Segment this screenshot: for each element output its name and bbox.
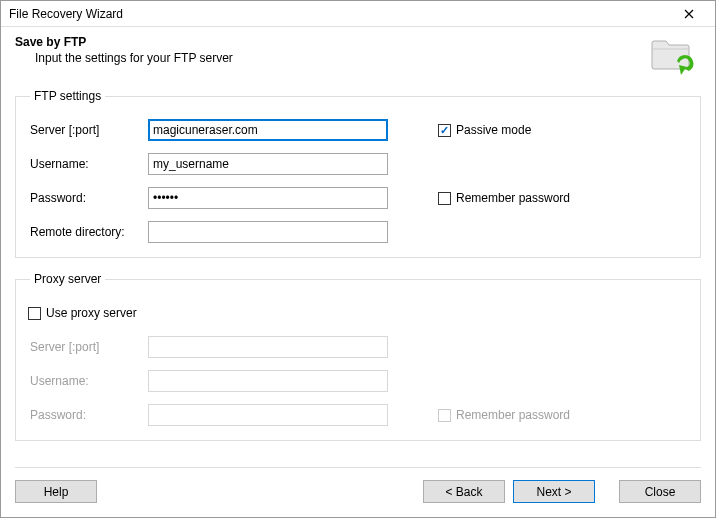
ftp-password-label: Password: [30,191,148,205]
proxy-remember-label: Remember password [456,408,570,422]
page-subtitle: Input the settings for your FTP server [15,51,649,65]
ftp-remote-label: Remote directory: [30,225,148,239]
proxy-password-input [148,404,388,426]
proxy-remember-checkbox [438,409,451,422]
proxy-password-label: Password: [30,408,148,422]
ftp-username-label: Username: [30,157,148,171]
remember-password-checkbox[interactable] [438,192,451,205]
ftp-folder-icon [649,35,697,77]
page-title: Save by FTP [15,35,649,49]
close-icon[interactable] [669,2,709,26]
wizard-window: File Recovery Wizard Save by FTP Input t… [0,0,716,518]
use-proxy-checkbox[interactable] [28,307,41,320]
passive-mode-label: Passive mode [456,123,531,137]
ftp-legend: FTP settings [30,89,105,103]
proxy-username-label: Username: [30,374,148,388]
ftp-server-input[interactable] [148,119,388,141]
back-button[interactable]: < Back [423,480,505,503]
remember-password-label: Remember password [456,191,570,205]
next-button[interactable]: Next > [513,480,595,503]
proxy-legend: Proxy server [30,272,105,286]
footer: Help < Back Next > Close [1,468,715,517]
passive-mode-checkbox[interactable] [438,124,451,137]
window-title: File Recovery Wizard [9,7,669,21]
ftp-server-label: Server [:port] [30,123,148,137]
content: FTP settings Server [:port] Passive mode… [1,89,715,459]
close-button[interactable]: Close [619,480,701,503]
proxy-server-input [148,336,388,358]
header: Save by FTP Input the settings for your … [1,27,715,89]
ftp-password-input[interactable] [148,187,388,209]
proxy-username-input [148,370,388,392]
titlebar: File Recovery Wizard [1,1,715,27]
proxy-server-group: Proxy server Use proxy server Server [:p… [15,272,701,441]
help-button[interactable]: Help [15,480,97,503]
ftp-settings-group: FTP settings Server [:port] Passive mode… [15,89,701,258]
ftp-remote-input[interactable] [148,221,388,243]
use-proxy-label: Use proxy server [46,306,137,320]
proxy-server-label: Server [:port] [30,340,148,354]
ftp-username-input[interactable] [148,153,388,175]
